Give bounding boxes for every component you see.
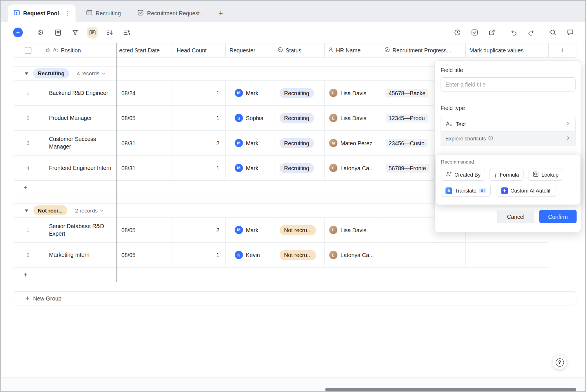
cell-head-count[interactable]: 2 — [173, 218, 226, 242]
cell-status[interactable]: Recruiting — [274, 81, 325, 105]
row-index-cell[interactable]: 2 — [14, 243, 42, 267]
chevron-right-icon — [565, 121, 571, 127]
custom-ai-autofill-button[interactable]: Custom AI Autofill — [497, 185, 556, 197]
cell-hr-name[interactable]: LLisa Davis — [325, 218, 381, 242]
cell-hr-name[interactable]: LLatonya Ca... — [325, 243, 381, 267]
cell-status[interactable]: Recruiting — [274, 156, 325, 180]
cancel-button[interactable]: Cancel — [497, 210, 534, 223]
row-index-cell[interactable]: 1 — [14, 81, 42, 105]
history-button[interactable] — [452, 27, 463, 38]
cell-requester[interactable]: MMark — [226, 131, 274, 155]
cell-hr-name[interactable]: LLisa Davis — [325, 106, 381, 130]
cell-head-count[interactable]: 1 — [173, 106, 226, 130]
column-header-mark-duplicate[interactable]: Mark duplicate values — [466, 43, 549, 57]
cell-requester[interactable]: KKevin — [226, 243, 274, 267]
cell-status[interactable]: Recruiting — [274, 131, 325, 155]
explore-shortcuts-row[interactable]: Explore shortcuts — [441, 131, 576, 146]
cell-position[interactable]: Frontend Engineer Intern — [42, 156, 117, 180]
add-view-button[interactable]: + — [214, 4, 228, 22]
form-button[interactable] — [53, 27, 63, 38]
confirm-button[interactable]: Confirm — [539, 210, 577, 223]
cell-start-date[interactable]: 08/05 — [117, 218, 173, 242]
column-header-status[interactable]: Status — [274, 43, 325, 57]
field-type-select[interactable]: Text — [441, 117, 576, 131]
created-by-button[interactable]: Created By — [441, 169, 485, 181]
row-index-cell[interactable]: 1 — [14, 218, 42, 242]
cell-start-date[interactable]: 08/31 — [117, 156, 173, 180]
column-header-position[interactable]: Position — [42, 43, 117, 57]
tab-label: Recruiting — [96, 10, 121, 17]
settings-button[interactable]: ⚙ — [36, 27, 46, 38]
tab-recruiting[interactable]: Recruiting — [80, 4, 127, 22]
cell-status[interactable]: Not recru... — [274, 218, 325, 242]
table-row[interactable]: 2 Marketing Intern 08/05 1 KKevin Not re… — [14, 243, 548, 268]
cell-position[interactable]: Backend R&D Engineer — [42, 81, 117, 105]
cell-position[interactable]: Senior Database R&D Expert — [42, 218, 117, 242]
cell-requester[interactable]: MMark — [226, 156, 274, 180]
cell-status[interactable]: Recruiting — [274, 106, 325, 130]
share-button[interactable] — [487, 27, 497, 38]
cell-mark-duplicate[interactable] — [466, 243, 548, 267]
group-record-count[interactable]: 4 records — [77, 70, 106, 76]
sort-button[interactable] — [104, 27, 115, 38]
cell-hr-name[interactable]: MMateo Perez — [325, 131, 381, 155]
cell-requester[interactable]: MMark — [226, 218, 274, 242]
formula-button[interactable]: ƒ Formula — [489, 169, 523, 181]
row-index-cell[interactable]: 4 — [14, 156, 42, 180]
collapse-triangle-icon[interactable] — [25, 209, 28, 212]
tab-menu-icon[interactable]: ⋮ — [64, 10, 70, 17]
search-icon — [549, 29, 557, 36]
row-index-cell[interactable]: 3 — [14, 131, 42, 155]
column-header-head-count[interactable]: Head Count — [173, 43, 226, 57]
person-field-type-icon — [328, 47, 334, 54]
undo-button[interactable] — [509, 27, 519, 38]
help-button[interactable]: ? — [553, 356, 567, 369]
task-button[interactable] — [469, 27, 480, 38]
cell-head-count[interactable]: 1 — [173, 156, 226, 180]
column-header-hr-name[interactable]: HR Name — [325, 43, 381, 57]
cell-requester[interactable]: SSophia — [226, 106, 274, 130]
group-button[interactable] — [121, 27, 132, 38]
cell-position[interactable]: Product Manager — [42, 106, 117, 130]
column-header-recruitment-progress[interactable]: Recruitment Progress... — [381, 43, 465, 57]
checkbox[interactable] — [25, 47, 31, 54]
cell-head-count[interactable]: 2 — [173, 131, 226, 155]
cell-status[interactable]: Not recru... — [274, 243, 325, 267]
column-header-requester[interactable]: Requester — [226, 43, 274, 57]
add-record-button[interactable]: + — [13, 28, 23, 37]
cell-head-count[interactable]: 1 — [173, 81, 226, 105]
lookup-button[interactable]: Lookup — [528, 169, 563, 181]
cell-recruitment-progress[interactable] — [381, 243, 465, 267]
comment-button[interactable] — [565, 27, 576, 38]
cell-start-date[interactable]: 08/05 — [117, 243, 173, 267]
translate-button[interactable]: A Translate AI — [441, 185, 491, 197]
filter-button[interactable] — [70, 27, 80, 38]
group-record-count[interactable]: 2 records — [75, 207, 104, 213]
column-header-start-date[interactable]: ected Start Date — [117, 43, 173, 57]
frozen-column-divider[interactable] — [116, 43, 117, 282]
search-records-button[interactable] — [548, 27, 558, 38]
collapse-triangle-icon[interactable] — [25, 72, 28, 75]
row-index-cell[interactable]: 2 — [14, 106, 42, 130]
cell-head-count[interactable]: 1 — [173, 243, 226, 267]
new-group-button[interactable]: + New Group — [14, 291, 576, 305]
field-config-button[interactable] — [87, 27, 97, 38]
tab-recruitment-request[interactable]: Recruitment Request... — [131, 4, 210, 22]
select-all-checkbox-cell[interactable] — [14, 43, 42, 57]
redo-button[interactable] — [526, 27, 536, 38]
cell-hr-name[interactable]: LLatonya Ca... — [325, 156, 381, 180]
add-record-row[interactable]: + — [14, 268, 548, 282]
group-chip[interactable]: Not recr... — [33, 205, 67, 215]
cell-hr-name[interactable]: LLisa Davis — [325, 81, 381, 105]
cell-start-date[interactable]: 08/31 — [117, 131, 173, 155]
group-chip[interactable]: Recruiting — [33, 68, 69, 78]
cell-start-date[interactable]: 08/05 — [117, 106, 173, 130]
tab-request-pool[interactable]: Request Pool ⋮ — [8, 4, 75, 22]
cell-start-date[interactable]: 08/24 — [117, 81, 173, 105]
cell-requester[interactable]: MMark — [226, 81, 274, 105]
horizontal-scrollbar[interactable] — [325, 388, 576, 391]
field-title-input[interactable] — [441, 77, 576, 91]
cell-position[interactable]: Marketing Intern — [42, 243, 117, 267]
cell-position[interactable]: Customer Success Manager — [42, 131, 117, 155]
add-column-button[interactable]: + — [549, 43, 576, 57]
